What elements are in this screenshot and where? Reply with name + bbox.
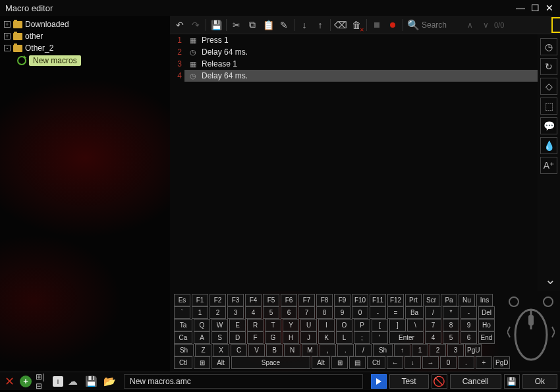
tree-folder-downloaded[interactable]: + Downloaded	[4, 18, 166, 30]
key-3[interactable]: 3	[447, 344, 464, 356]
key-p[interactable]: P	[354, 319, 370, 331]
add-macro-button[interactable]: +	[20, 376, 32, 387]
key-h[interactable]: H	[283, 331, 299, 344]
delete-macro-button[interactable]: ✕	[3, 375, 16, 388]
key-f8[interactable]: F8	[316, 294, 333, 306]
key-7[interactable]: 7	[298, 306, 315, 319]
key-[interactable]: /	[355, 344, 372, 356]
key-a[interactable]: A	[194, 331, 210, 344]
stop-test-button[interactable]: 🚫	[432, 374, 447, 389]
key-2[interactable]: 2	[210, 306, 226, 319]
key-[interactable]: -	[461, 306, 477, 319]
key-alt[interactable]: Alt	[312, 356, 330, 369]
key-ca[interactable]: Ca	[174, 331, 192, 344]
save-all-button[interactable]: 💾	[84, 375, 98, 388]
block-tool-button[interactable]: ⬚	[540, 98, 557, 115]
key-[interactable]: ←	[387, 356, 403, 369]
key-alt[interactable]: Alt	[211, 356, 230, 369]
key-f1[interactable]: F1	[192, 294, 208, 306]
comment-tool-button[interactable]: 💬	[540, 117, 557, 134]
text-tool-button[interactable]: A⁺	[540, 157, 557, 174]
key-s[interactable]: S	[211, 331, 228, 344]
search-input[interactable]	[422, 20, 461, 30]
key-6[interactable]: 6	[281, 306, 297, 319]
key-l[interactable]: L	[336, 331, 352, 344]
cancel-button[interactable]: Cancell	[450, 374, 501, 389]
macro-line[interactable]: ◷Delay 64 ms.	[184, 70, 538, 82]
key-[interactable]: ,	[320, 344, 336, 356]
open-folder-button[interactable]: 📂	[103, 375, 116, 388]
tree-folder-other[interactable]: + other	[4, 30, 166, 42]
rename-button[interactable]: ⊞|⊟	[36, 375, 49, 388]
key-f10[interactable]: F10	[352, 294, 368, 306]
key-[interactable]: .	[458, 356, 474, 369]
redo-button[interactable]: ↷	[188, 18, 203, 32]
key-[interactable]: ▤	[349, 356, 366, 369]
key-[interactable]: ⊞	[331, 356, 348, 369]
key-[interactable]: /	[425, 306, 441, 319]
key-7[interactable]: 7	[425, 319, 441, 331]
delay-tool-button[interactable]: ◷	[540, 38, 557, 55]
key-9[interactable]: 9	[461, 319, 477, 331]
key-m[interactable]: M	[302, 344, 318, 356]
search-next-button[interactable]: ∨	[478, 18, 493, 32]
key-f3[interactable]: F3	[227, 294, 244, 306]
key-[interactable]: *	[443, 306, 459, 319]
info-button[interactable]: i	[53, 376, 63, 387]
key-ctl[interactable]: Ctl	[174, 356, 192, 369]
key-end[interactable]: End	[478, 331, 495, 344]
key-3[interactable]: 3	[227, 306, 244, 319]
close-button[interactable]: ✕	[544, 3, 555, 13]
test-button[interactable]: Test	[389, 374, 429, 389]
tree-folder-other2[interactable]: - Other_2	[4, 42, 166, 54]
key-[interactable]: ;	[354, 331, 370, 344]
expand-icon[interactable]: +	[4, 33, 11, 40]
ok-button[interactable]: Ok	[522, 374, 557, 389]
condition-tool-button[interactable]: ◇	[540, 78, 557, 95]
record-button[interactable]	[385, 18, 400, 32]
key-0[interactable]: 0	[352, 306, 368, 319]
key-sh[interactable]: Sh	[174, 344, 194, 356]
key-i[interactable]: I	[318, 319, 335, 331]
key-5[interactable]: 5	[443, 331, 459, 344]
key-[interactable]: →	[422, 356, 439, 369]
key-t[interactable]: T	[265, 319, 281, 331]
key-x[interactable]: X	[213, 344, 229, 356]
key-6[interactable]: 6	[461, 331, 477, 344]
key-e[interactable]: E	[229, 319, 246, 331]
key-[interactable]: ↑	[394, 344, 410, 356]
key-f5[interactable]: F5	[263, 294, 279, 306]
key-space[interactable]: Space	[231, 356, 310, 369]
copy-button[interactable]: ⧉	[245, 18, 260, 32]
key-2[interactable]: 2	[430, 344, 446, 356]
key-[interactable]: .	[337, 344, 354, 356]
key-5[interactable]: 5	[263, 306, 279, 319]
play-icon[interactable]	[371, 374, 387, 389]
key-del[interactable]: Del	[478, 306, 495, 319]
key-b[interactable]: B	[266, 344, 283, 356]
color-tool-button[interactable]: 💧	[540, 137, 557, 154]
key-ta[interactable]: Ta	[174, 319, 192, 331]
key-8[interactable]: 8	[443, 319, 459, 331]
key-f[interactable]: F	[247, 331, 264, 344]
key-9[interactable]: 9	[334, 306, 350, 319]
key-f6[interactable]: F6	[281, 294, 297, 306]
key-r[interactable]: R	[247, 319, 264, 331]
key-[interactable]: ↓	[405, 356, 421, 369]
cut-button[interactable]: ✂	[229, 18, 244, 32]
key-1[interactable]: 1	[412, 344, 428, 356]
key-j[interactable]: J	[300, 331, 317, 344]
key-[interactable]: \	[407, 319, 424, 331]
key-pgu[interactable]: PgU	[465, 344, 482, 356]
key-ins[interactable]: Ins	[476, 294, 493, 306]
key-1[interactable]: 1	[192, 306, 208, 319]
key-k[interactable]: K	[318, 331, 335, 344]
key-y[interactable]: Y	[283, 319, 299, 331]
key-f2[interactable]: F2	[210, 294, 226, 306]
key-d[interactable]: D	[229, 331, 246, 344]
tree-item-new-macros[interactable]: New macros	[4, 54, 166, 67]
key-4[interactable]: 4	[425, 331, 441, 344]
save-button[interactable]: 💾	[209, 18, 223, 32]
paste-button[interactable]: 📋	[261, 18, 275, 32]
trash-button[interactable]: 🗑✕	[349, 18, 364, 32]
